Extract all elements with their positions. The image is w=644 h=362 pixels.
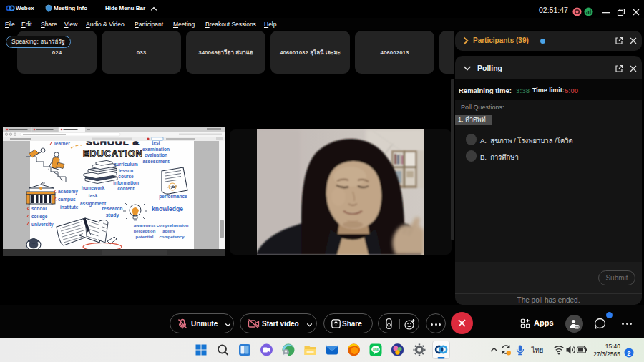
- svg-text:learner: learner: [54, 141, 70, 146]
- svg-text:test: test: [152, 140, 160, 145]
- svg-text:college: college: [31, 214, 48, 220]
- svg-text:research: research: [102, 206, 122, 211]
- svg-text:perception: perception: [134, 229, 156, 233]
- svg-text:competency: competency: [159, 235, 185, 239]
- svg-text:awareness: awareness: [134, 223, 156, 228]
- svg-text:evaluation: evaluation: [145, 152, 167, 157]
- svg-text:content: content: [117, 186, 135, 191]
- svg-text:15:40: 15:40: [605, 343, 621, 350]
- svg-text:university: university: [31, 222, 54, 228]
- svg-text:curriculum: curriculum: [114, 162, 138, 167]
- svg-text:LINE: LINE: [373, 348, 379, 351]
- svg-text:institute: institute: [60, 205, 79, 210]
- svg-text:campus: campus: [58, 197, 76, 202]
- svg-text:performance: performance: [159, 194, 187, 200]
- svg-text:study: study: [106, 212, 119, 218]
- svg-text:potential: potential: [136, 235, 154, 239]
- svg-text:homework: homework: [82, 185, 105, 190]
- svg-text:ไทย: ไทย: [531, 346, 544, 354]
- svg-text:information: information: [113, 180, 139, 185]
- svg-text:academy: academy: [58, 189, 78, 195]
- svg-text:examination: examination: [142, 147, 170, 152]
- svg-text:comprehension: comprehension: [157, 223, 189, 228]
- svg-text:2: 2: [627, 349, 630, 357]
- svg-text:assessment: assessment: [142, 159, 170, 164]
- svg-text:task: task: [88, 193, 97, 198]
- svg-text:course: course: [118, 174, 134, 179]
- svg-text:27/3/2565: 27/3/2565: [593, 351, 620, 358]
- svg-text:lesson: lesson: [119, 168, 134, 173]
- svg-text:knowledge: knowledge: [152, 205, 183, 212]
- svg-text:EDUCATION: EDUCATION: [83, 149, 143, 159]
- svg-text:ability: ability: [162, 229, 175, 233]
- svg-text:school: school: [31, 206, 47, 211]
